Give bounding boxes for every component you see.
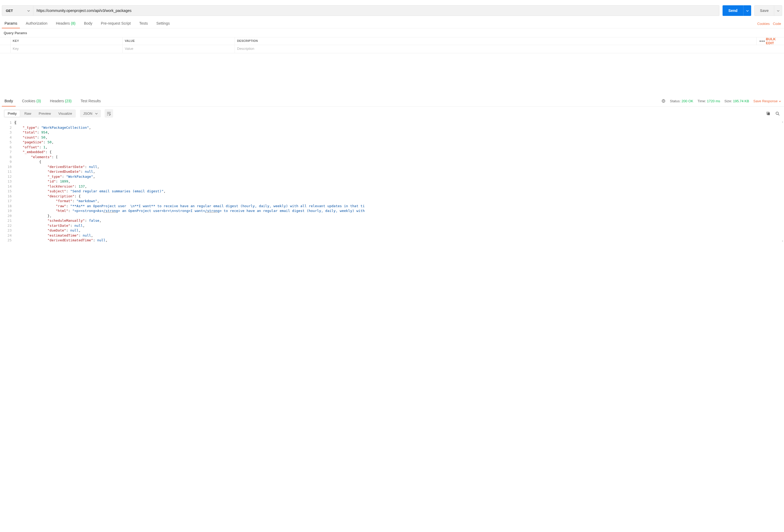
tab-authorization[interactable]: Authorization [23, 19, 50, 28]
query-params-empty-row [0, 45, 784, 53]
svg-point-3 [776, 112, 779, 114]
query-params-header-row: KEY VALUE DESCRIPTION ••• Bulk Edit [0, 37, 784, 45]
view-pretty-button[interactable]: Pretty [4, 110, 20, 117]
cookies-link[interactable]: Cookies [757, 22, 770, 26]
resp-tab-test-results[interactable]: Test Results [78, 96, 103, 106]
column-checkbox [0, 37, 10, 45]
request-tabs-row: Params Authorization Headers (8) Body Pr… [0, 19, 784, 28]
column-key: KEY [10, 37, 123, 45]
resp-tab-cookies-count: (3) [36, 99, 41, 103]
column-value: VALUE [123, 37, 235, 45]
chevron-down-icon [779, 99, 781, 103]
code-content[interactable]: { "_type": "WorkPackageCollection", "tot… [14, 120, 784, 243]
save-dropdown-button[interactable] [774, 5, 782, 16]
copy-icon [766, 111, 771, 115]
status-section: Status: 200 OK [670, 99, 693, 103]
request-row: GET Send Save [0, 0, 784, 19]
search-button[interactable] [775, 111, 780, 116]
wrap-lines-button[interactable] [105, 109, 113, 118]
svg-rect-1 [767, 113, 770, 115]
line-number-gutter: 1234567891011121314151617181920212223242… [0, 120, 14, 243]
view-visualize-button[interactable]: Visualize [55, 109, 76, 118]
time-label: Time: [697, 99, 706, 103]
search-icon [775, 111, 780, 115]
save-response-button[interactable]: Save Response [753, 99, 781, 103]
globe-icon[interactable] [661, 99, 666, 103]
param-value-input[interactable] [125, 47, 232, 51]
tab-headers-label: Headers [56, 21, 70, 25]
format-value: JSON [83, 112, 92, 115]
view-raw-button[interactable]: Raw [21, 109, 35, 118]
tab-tests[interactable]: Tests [137, 19, 151, 28]
http-method-select[interactable]: GET [2, 5, 33, 16]
size-value: 195.74 KB [733, 99, 749, 103]
resp-tab-headers-count: (23) [65, 99, 72, 103]
resp-tab-cookies-label: Cookies [22, 99, 35, 103]
column-description: DESCRIPTION [235, 37, 756, 45]
scrollbar-thumb-top[interactable] [782, 121, 783, 123]
response-tabs-row: Body Cookies (3) Headers (23) Test Resul… [0, 96, 784, 107]
resp-tab-headers[interactable]: Headers (23) [48, 96, 75, 106]
resp-tab-headers-label: Headers [50, 99, 64, 103]
tab-headers[interactable]: Headers (8) [53, 19, 78, 28]
time-section: Time: 1720 ms [697, 99, 720, 103]
tab-settings[interactable]: Settings [153, 19, 172, 28]
tab-headers-count: (8) [71, 21, 76, 25]
status-label: Status: [670, 99, 680, 103]
chevron-down-icon [777, 9, 780, 13]
tab-body[interactable]: Body [81, 19, 95, 28]
tab-params[interactable]: Params [2, 19, 20, 28]
wrap-icon [107, 111, 111, 115]
query-params-label: Query Params [0, 28, 784, 37]
code-link[interactable]: Code [773, 22, 781, 26]
tab-prerequest[interactable]: Pre-request Script [98, 19, 134, 28]
format-select[interactable]: JSON [80, 110, 101, 117]
save-response-label: Save Response [753, 99, 778, 103]
size-label: Size: [724, 99, 732, 103]
time-value: 1720 ms [707, 99, 720, 103]
send-button[interactable]: Send [723, 5, 743, 16]
bulk-edit-link[interactable]: Bulk Edit [766, 37, 782, 45]
http-method-value: GET [6, 9, 13, 13]
copy-button[interactable] [765, 111, 771, 116]
request-url-input[interactable] [33, 5, 719, 16]
response-toolbar: Pretty Raw Preview Visualize JSON [0, 107, 784, 120]
chevron-down-icon [95, 112, 98, 115]
param-description-input[interactable] [237, 47, 754, 51]
save-button[interactable]: Save [754, 5, 774, 16]
chevron-down-icon [27, 9, 30, 13]
resp-tab-body[interactable]: Body [2, 96, 16, 106]
chevron-down-icon [746, 9, 749, 13]
more-options-icon[interactable]: ••• [759, 38, 766, 44]
resp-tab-cookies[interactable]: Cookies (3) [19, 96, 44, 106]
column-actions: ••• Bulk Edit [756, 37, 784, 45]
response-body-code[interactable]: 1234567891011121314151617181920212223242… [0, 120, 784, 243]
send-dropdown-button[interactable] [743, 5, 751, 16]
param-key-input[interactable] [13, 47, 120, 51]
scrollbar-thumb-bottom[interactable] [782, 240, 783, 242]
size-section: Size: 195.74 KB [724, 99, 749, 103]
status-value: 200 OK [681, 99, 693, 103]
view-mode-segment: Pretty Raw Preview Visualize [4, 109, 76, 118]
view-preview-button[interactable]: Preview [35, 109, 55, 118]
